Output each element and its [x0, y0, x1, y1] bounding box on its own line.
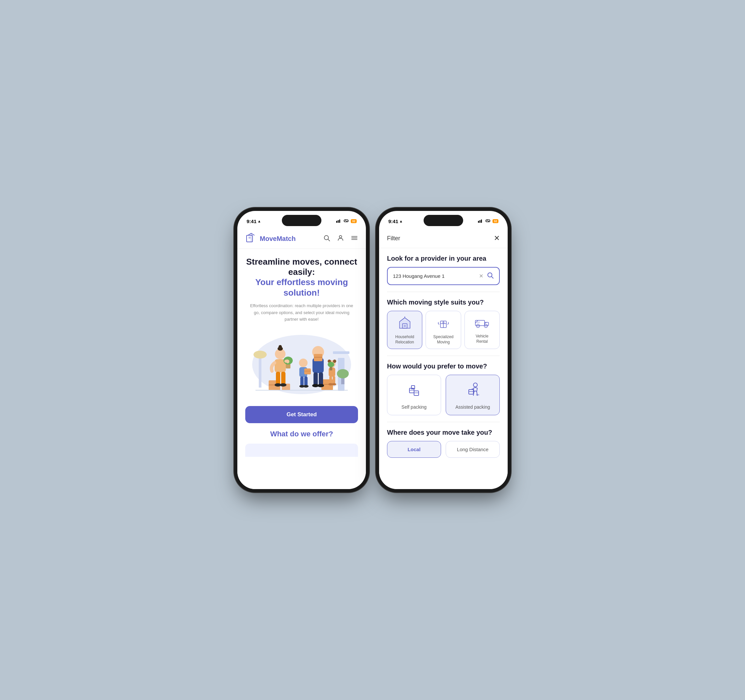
svg-rect-29	[276, 372, 280, 385]
moving-family-svg	[249, 332, 355, 398]
svg-rect-38	[304, 376, 308, 386]
hero-title: Streamline moves, connect easily:	[245, 257, 358, 277]
local-label: Local	[407, 447, 420, 452]
packing-cards: Self packing	[387, 375, 500, 415]
battery-badge-2: 32	[492, 219, 498, 223]
style-card-household[interactable]: HouseholdRelocation	[387, 311, 422, 349]
svg-rect-30	[281, 372, 286, 385]
clear-search-icon[interactable]: ✕	[479, 273, 483, 279]
close-filter-button[interactable]: ✕	[494, 234, 500, 242]
get-started-button[interactable]: Get Started	[245, 406, 358, 423]
hero-description: Effortless coordination: reach multiple …	[245, 302, 358, 323]
packing-card-assisted[interactable]: Assisted packing	[446, 375, 500, 415]
household-icon	[398, 316, 411, 331]
style-card-vehicle[interactable]: VehicleRental	[464, 311, 500, 349]
svg-point-74	[477, 325, 479, 327]
svg-point-58	[332, 383, 336, 386]
menu-nav-icon[interactable]	[351, 234, 358, 243]
divider-2	[387, 356, 500, 356]
svg-rect-84	[469, 390, 473, 394]
svg-rect-77	[477, 321, 480, 323]
svg-point-25	[278, 345, 282, 349]
svg-point-83	[473, 383, 477, 387]
signal-icon-2	[478, 219, 483, 224]
location-arrow-icon: ▲	[257, 219, 261, 223]
address-input[interactable]	[393, 273, 476, 279]
svg-line-7	[328, 239, 330, 241]
svg-rect-61	[479, 220, 480, 223]
distance-card-local[interactable]: Local	[387, 441, 441, 458]
logo-icon	[245, 233, 257, 245]
assisted-packing-label: Assisted packing	[455, 404, 490, 410]
battery-badge-1: 32	[351, 219, 357, 223]
svg-rect-62	[481, 220, 482, 223]
packing-section-title: How would you prefer to move?	[387, 362, 500, 370]
hero-section: Streamline moves, connect easily: Your e…	[237, 249, 366, 323]
svg-rect-66	[404, 325, 406, 327]
location-arrow-icon-2: ▲	[399, 219, 403, 223]
svg-point-48	[317, 384, 324, 387]
screen-1: MoveMatch Streamline moves, connect easi…	[237, 229, 366, 489]
svg-rect-72	[485, 322, 489, 326]
self-packing-icon	[406, 381, 422, 401]
status-icons-2: 32	[478, 219, 498, 224]
assisted-packing-icon	[465, 381, 481, 401]
svg-point-8	[339, 235, 341, 238]
svg-point-15	[253, 351, 267, 359]
dynamic-island-2	[423, 215, 463, 226]
svg-rect-45	[314, 372, 318, 386]
svg-rect-80	[414, 391, 419, 395]
svg-rect-14	[259, 354, 262, 387]
svg-point-54	[328, 362, 334, 367]
hero-subtitle-blue: Your effortless moving solution!	[245, 277, 358, 298]
dynamic-island-1	[282, 215, 322, 226]
logo: MoveMatch	[245, 233, 296, 245]
svg-rect-86	[476, 394, 479, 395]
link-icon	[344, 219, 349, 224]
vehicle-label: VehicleRental	[476, 334, 489, 344]
svg-rect-4	[248, 236, 251, 239]
filter-header: Filter ✕	[379, 229, 508, 248]
svg-rect-37	[300, 376, 304, 386]
svg-point-32	[280, 383, 286, 387]
offer-heading: What do we offer?	[237, 423, 366, 441]
status-icons-1: 32	[336, 219, 357, 224]
household-label: HouseholdRelocation	[395, 335, 414, 345]
search-submit-icon[interactable]	[486, 272, 494, 280]
vehicle-icon	[475, 316, 489, 331]
svg-rect-2	[339, 220, 340, 223]
signal-icon	[336, 219, 341, 224]
search-nav-icon[interactable]	[323, 234, 330, 243]
svg-rect-13	[333, 351, 349, 354]
nav-icons	[323, 234, 358, 243]
svg-rect-0	[336, 221, 337, 223]
phone-1: 9:41 ▲ 32 MoveMatch	[237, 211, 366, 489]
phone-2: 9:41 ▲ 32 Filter ✕ Look for a provider i…	[379, 211, 508, 489]
svg-line-64	[492, 277, 493, 278]
svg-point-40	[303, 385, 308, 387]
svg-point-33	[299, 359, 308, 367]
svg-point-17	[337, 369, 349, 378]
svg-rect-1	[338, 220, 338, 223]
svg-rect-35	[304, 368, 311, 374]
profile-nav-icon[interactable]	[337, 234, 344, 243]
screen-2: Filter ✕ Look for a provider in your are…	[379, 229, 508, 489]
moving-style-cards: HouseholdRelocation Speci	[387, 311, 500, 349]
svg-point-51	[333, 360, 336, 363]
svg-rect-55	[329, 376, 332, 384]
svg-rect-46	[319, 372, 323, 386]
logo-text: MoveMatch	[260, 235, 296, 242]
time-display-1: 9:41 ▲	[247, 218, 261, 224]
packing-card-self[interactable]: Self packing	[387, 375, 441, 415]
specialized-icon	[437, 316, 450, 331]
distance-card-long[interactable]: Long Distance	[446, 441, 500, 458]
address-search-field[interactable]: ✕	[387, 267, 500, 285]
style-card-specialized[interactable]: SpecializedMoving	[426, 311, 461, 349]
distance-section-title: Where does your move take you?	[387, 429, 500, 436]
specialized-label: SpecializedMoving	[433, 335, 453, 345]
time-display-2: 9:41 ▲	[388, 218, 403, 224]
distance-cards: Local Long Distance	[387, 441, 500, 464]
svg-rect-56	[333, 376, 335, 384]
svg-rect-43	[314, 354, 322, 361]
offer-preview-bar	[245, 444, 358, 457]
